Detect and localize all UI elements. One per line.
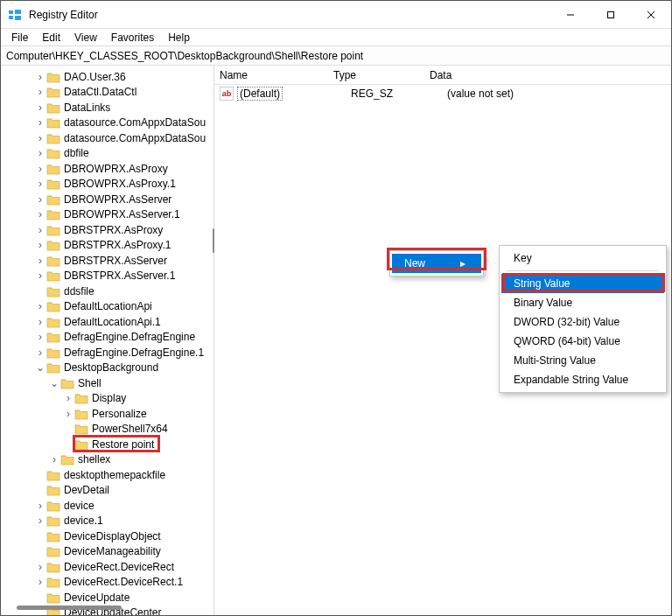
tree-node[interactable]: ddsfile: [1, 284, 214, 299]
tree-node[interactable]: Display: [1, 391, 214, 407]
horizontal-scrollbar-thumb[interactable]: [17, 606, 122, 610]
tree-node[interactable]: DBRSTPRX.AsProxy: [1, 222, 214, 238]
chevron-right-icon[interactable]: [34, 104, 46, 111]
context-item-new[interactable]: New ▸: [392, 254, 481, 273]
folder-icon: [46, 361, 60, 374]
col-header-type[interactable]: Type: [333, 69, 430, 81]
chevron-right-icon[interactable]: [34, 318, 46, 326]
folder-icon: [46, 71, 60, 83]
folder-icon: [46, 116, 60, 129]
tree-node[interactable]: desktopthemepackfile: [1, 467, 214, 483]
menu-favorites[interactable]: Favorites: [104, 30, 161, 46]
list-pane[interactable]: Name Type Data ab (Default) REG_SZ (valu…: [214, 66, 671, 615]
chevron-right-icon[interactable]: [34, 333, 46, 340]
tree-node[interactable]: DesktopBackground: [1, 360, 214, 376]
tree-node[interactable]: Shell: [1, 375, 214, 391]
chevron-right-icon[interactable]: [34, 564, 46, 570]
tree-node[interactable]: DeviceRect.DeviceRect: [1, 559, 214, 575]
tree-node[interactable]: DataLinks: [1, 100, 214, 116]
chevron-right-icon[interactable]: [34, 349, 46, 356]
chevron-right-icon[interactable]: [34, 211, 46, 218]
tree-node[interactable]: device: [1, 498, 214, 514]
tree-node[interactable]: DBROWPRX.AsServer.1: [1, 207, 214, 223]
folder-icon: [46, 239, 60, 251]
folder-icon: [46, 469, 60, 481]
chevron-right-icon[interactable]: [34, 272, 46, 279]
context-item[interactable]: Key: [501, 248, 664, 268]
menu-help[interactable]: Help: [161, 30, 197, 46]
context-item[interactable]: QWORD (64-bit) Value: [501, 332, 664, 351]
tree-node[interactable]: DataCtl.DataCtl: [1, 85, 214, 101]
tree-node[interactable]: DBROWPRX.AsProxy.1: [1, 177, 214, 192]
chevron-right-icon[interactable]: [34, 227, 46, 234]
chevron-right-icon[interactable]: [34, 74, 46, 80]
context-item[interactable]: Multi-String Value: [501, 351, 664, 370]
folder-icon: [46, 514, 60, 527]
context-menu-new: New ▸: [389, 250, 484, 276]
chevron-right-icon[interactable]: [34, 517, 46, 524]
context-item[interactable]: Expandable String Value: [501, 370, 664, 389]
chevron-right-icon[interactable]: [34, 303, 46, 310]
chevron-right-icon[interactable]: [62, 410, 74, 417]
tree-node[interactable]: DefragEngine.DefragEngine: [1, 330, 214, 346]
tree-node[interactable]: dbfile: [1, 146, 214, 162]
chevron-right-icon[interactable]: [34, 165, 46, 172]
chevron-right-icon[interactable]: [34, 180, 46, 187]
tree-node[interactable]: DBROWPRX.AsProxy: [1, 161, 214, 177]
tree-node[interactable]: DevDetail: [1, 483, 214, 499]
tree-node[interactable]: DefragEngine.DefragEngine.1: [1, 345, 214, 360]
menu-view[interactable]: View: [67, 30, 104, 46]
tree-node-label: DBROWPRX.AsServer.1: [64, 208, 180, 220]
tree-node[interactable]: Personalize: [1, 406, 214, 422]
context-item[interactable]: String Value: [501, 274, 664, 293]
tree-node[interactable]: datasource.ComAppxDataSou: [1, 116, 214, 131]
tree-node[interactable]: DefaultLocationApi: [1, 299, 214, 315]
chevron-right-icon[interactable]: [34, 196, 46, 203]
col-header-name[interactable]: Name: [220, 69, 333, 81]
chevron-right-icon[interactable]: [34, 88, 46, 95]
tree-node[interactable]: DeviceRect.DeviceRect.1: [1, 575, 214, 591]
tree-node[interactable]: shellex: [1, 452, 214, 468]
chevron-right-icon[interactable]: [34, 578, 46, 585]
tree-pane[interactable]: DAO.User.36DataCtl.DataCtlDataLinksdatas…: [1, 66, 214, 615]
chevron-right-icon[interactable]: [34, 502, 46, 509]
menu-edit[interactable]: Edit: [35, 30, 67, 46]
chevron-down-icon[interactable]: [34, 364, 46, 371]
close-button[interactable]: [631, 1, 671, 29]
registry-tree[interactable]: DAO.User.36DataCtl.DataCtlDataLinksdatas…: [1, 69, 214, 615]
list-row[interactable]: ab (Default) REG_SZ (value not set): [214, 85, 671, 102]
chevron-down-icon[interactable]: [48, 380, 60, 387]
maximize-button[interactable]: [591, 1, 631, 29]
col-header-data[interactable]: Data: [430, 69, 671, 81]
context-item-label: Key: [514, 252, 532, 264]
address-bar[interactable]: Computer\HKEY_CLASSES_ROOT\DesktopBackgr…: [1, 46, 671, 66]
context-item[interactable]: Binary Value: [501, 293, 664, 312]
tree-node[interactable]: device.1: [1, 514, 214, 529]
chevron-right-icon[interactable]: [34, 242, 46, 248]
chevron-right-icon[interactable]: [62, 395, 74, 402]
tree-node[interactable]: DBRSTPRX.AsProxy.1: [1, 238, 214, 254]
tree-node[interactable]: DeviceUpdate: [1, 590, 214, 606]
chevron-right-icon[interactable]: [34, 257, 46, 264]
tree-node[interactable]: PowerShell7x64: [1, 422, 214, 438]
tree-node[interactable]: DBRSTPRX.AsServer: [1, 253, 214, 269]
tree-node[interactable]: DeviceManageability: [1, 544, 214, 560]
tree-node-label: DefragEngine.DefragEngine: [64, 331, 195, 343]
chevron-right-icon[interactable]: [34, 135, 46, 142]
chevron-right-icon[interactable]: [48, 456, 60, 463]
minimize-button[interactable]: [550, 1, 591, 29]
menu-file[interactable]: File: [4, 30, 35, 46]
tree-node[interactable]: DBRSTPRX.AsServer.1: [1, 269, 214, 284]
context-item[interactable]: DWORD (32-bit) Value: [501, 312, 664, 332]
tree-node[interactable]: DefaultLocationApi.1: [1, 314, 214, 330]
tree-node[interactable]: DAO.User.36: [1, 69, 214, 85]
tree-node-label: DataLinks: [64, 102, 110, 114]
chevron-right-icon[interactable]: [34, 150, 46, 157]
tree-node[interactable]: Restore point: [1, 437, 214, 452]
chevron-right-icon[interactable]: [34, 119, 46, 126]
tree-node[interactable]: DBROWPRX.AsServer: [1, 192, 214, 207]
tree-node[interactable]: datasource.ComAppxDataSou: [1, 130, 214, 146]
tree-node-label: DBRSTPRX.AsProxy.1: [64, 239, 171, 251]
tree-node[interactable]: DeviceDisplayObject: [1, 528, 214, 544]
tree-node-label: DBRSTPRX.AsServer: [64, 255, 167, 267]
